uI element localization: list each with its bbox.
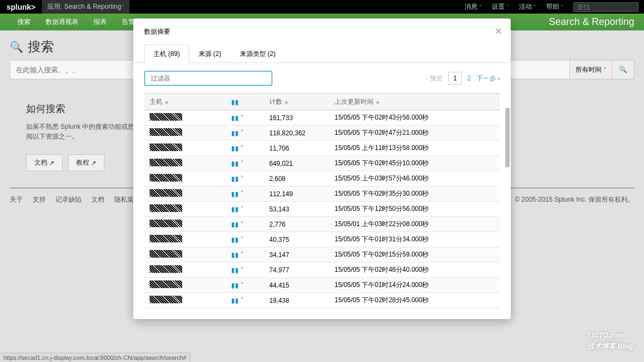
sort-icon: ◆ — [376, 99, 380, 105]
host-cell — [150, 250, 182, 258]
sparkline-icon[interactable]: ▮▮ ˅ — [231, 297, 244, 304]
host-cell — [150, 204, 182, 212]
host-cell — [150, 189, 182, 197]
host-cell — [150, 235, 182, 242]
updated-cell: 15/05/05 下午02时43分56.000秒 — [329, 110, 500, 126]
table-row[interactable]: ▮▮ ˅118,820,36215/05/05 下午02时47分21.000秒 — [144, 126, 500, 141]
updated-cell: 15/05/05 上午03时57分46.000秒 — [329, 171, 500, 186]
table-row[interactable]: ▮▮ ˅40,37515/05/05 下午01时31分34.000秒 — [144, 232, 500, 247]
sort-icon: ◆ — [165, 99, 169, 105]
modal-title: 数据摘要 — [144, 28, 170, 35]
status-bar: https://secad1.cn.j-display.com.local:80… — [0, 353, 190, 362]
pager-page-2[interactable]: 2 — [467, 74, 471, 82]
tab-sources[interactable]: 来源 (2) — [189, 45, 231, 63]
count-cell: 19,438 — [264, 293, 329, 308]
pager: ‹ 预览 1 2 下一步 › — [426, 72, 500, 85]
tab-hosts[interactable]: 主机 (89) — [144, 45, 189, 63]
col-updated[interactable]: 上次更新时间◆ — [329, 94, 500, 110]
updated-cell: 15/05/05 上午11时13分58.000秒 — [329, 141, 500, 156]
filter-input[interactable] — [144, 71, 273, 86]
host-cell — [150, 128, 182, 136]
host-cell — [150, 296, 182, 303]
modal-overlay: 数据摘要 ✕ 主机 (89) 来源 (2) 来源类型 (2) ‹ 预览 1 2 … — [0, 0, 644, 362]
host-cell — [150, 265, 182, 273]
table-row[interactable]: ▮▮ ˅2,77615/05/01 上午03时22分08.000秒 — [144, 217, 500, 232]
table-row[interactable]: ▮▮ ˅34,14715/05/05 下午02时15分59.000秒 — [144, 247, 500, 263]
col-host[interactable]: 主机◆ — [144, 94, 226, 110]
count-cell: 74,977 — [264, 263, 329, 278]
updated-cell: 15/05/05 下午01时31分34.000秒 — [329, 232, 500, 247]
sparkline-icon[interactable]: ▮▮ ˅ — [231, 190, 244, 198]
updated-cell: 15/05/05 下午02时15分59.000秒 — [329, 247, 500, 263]
count-cell: 40,375 — [264, 232, 329, 247]
count-cell: 34,147 — [264, 247, 329, 263]
count-cell: 2,776 — [264, 217, 329, 232]
count-cell: 118,820,362 — [264, 126, 329, 141]
host-cell — [150, 174, 182, 182]
bar-chart-icon: ▮▮ — [231, 98, 239, 106]
updated-cell: 15/05/05 下午02时45分10.000秒 — [329, 156, 500, 171]
count-cell: 53,143 — [264, 202, 329, 217]
table-row[interactable]: ▮▮ ˅649,02115/05/05 下午02时45分10.000秒 — [144, 156, 500, 171]
count-cell: 649,021 — [264, 156, 329, 171]
sort-icon: ◆ — [284, 99, 288, 105]
table-row[interactable]: ▮▮ ˅11,70615/05/05 上午11时13分58.000秒 — [144, 141, 500, 156]
sparkline-icon[interactable]: ▮▮ ˅ — [231, 145, 244, 152]
close-icon[interactable]: ✕ — [495, 26, 502, 36]
modal-header: 数据摘要 ✕ — [133, 18, 511, 44]
table-row[interactable]: ▮▮ ˅2,60815/05/05 上午03时57分46.000秒 — [144, 171, 500, 186]
updated-cell: 15/05/01 上午03时22分08.000秒 — [329, 217, 500, 232]
watermark: 51CTO.com 技术博客 Blog — [587, 324, 634, 351]
col-spark[interactable]: ▮▮ — [226, 94, 264, 110]
sparkline-icon[interactable]: ▮▮ ˅ — [231, 160, 244, 167]
col-count[interactable]: 计数◆ — [264, 94, 329, 110]
updated-cell: 15/05/05 下午02时35分30.000秒 — [329, 186, 500, 202]
host-cell — [150, 159, 182, 166]
pager-next[interactable]: 下一步 › — [476, 74, 500, 83]
data-table: 主机◆ ▮▮ 计数◆ 上次更新时间◆ ▮▮ ˅161,73315/05/05 下… — [144, 93, 500, 308]
tab-sourcetypes[interactable]: 来源类型 (2) — [231, 45, 285, 63]
updated-cell: 15/05/05 下午01时14分24.000秒 — [329, 278, 500, 293]
count-cell: 2,608 — [264, 171, 329, 186]
sparkline-icon[interactable]: ▮▮ ˅ — [231, 282, 244, 289]
sparkline-icon[interactable]: ▮▮ ˅ — [231, 236, 244, 244]
updated-cell: 15/05/05 下午12时50分56.000秒 — [329, 202, 500, 217]
table-row[interactable]: ▮▮ ˅161,73315/05/05 下午02时43分56.000秒 — [144, 110, 500, 126]
sparkline-icon[interactable]: ▮▮ ˅ — [231, 129, 244, 137]
host-cell — [150, 280, 182, 288]
updated-cell: 15/05/05 下午02时28分45.000秒 — [329, 293, 500, 308]
host-cell — [150, 113, 182, 121]
pager-page-1[interactable]: 1 — [448, 72, 462, 85]
table-row[interactable]: ▮▮ ˅19,43815/05/05 下午02时28分45.000秒 — [144, 293, 500, 308]
updated-cell: 15/05/05 下午02时47分21.000秒 — [329, 126, 500, 141]
data-summary-modal: 数据摘要 ✕ 主机 (89) 来源 (2) 来源类型 (2) ‹ 预览 1 2 … — [133, 18, 511, 319]
table-row[interactable]: ▮▮ ˅74,97715/05/05 下午02时46分40.000秒 — [144, 263, 500, 278]
table-row[interactable]: ▮▮ ˅112,14915/05/05 下午02时35分30.000秒 — [144, 186, 500, 202]
updated-cell: 15/05/05 下午02时46分40.000秒 — [329, 263, 500, 278]
count-cell: 112,149 — [264, 186, 329, 202]
count-cell: 11,706 — [264, 141, 329, 156]
table-row[interactable]: ▮▮ ˅44,41515/05/05 下午01时14分24.000秒 — [144, 278, 500, 293]
sparkline-icon[interactable]: ▮▮ ˅ — [231, 114, 244, 122]
count-cell: 161,733 — [264, 110, 329, 126]
sparkline-icon[interactable]: ▮▮ ˅ — [231, 251, 244, 259]
scrollbar[interactable] — [505, 108, 510, 167]
pager-prev[interactable]: ‹ 预览 — [426, 74, 443, 83]
host-cell — [150, 143, 182, 151]
count-cell: 44,415 — [264, 278, 329, 293]
table-row[interactable]: ▮▮ ˅53,14315/05/05 下午12时50分56.000秒 — [144, 202, 500, 217]
sparkline-icon[interactable]: ▮▮ ˅ — [231, 175, 244, 183]
sparkline-icon[interactable]: ▮▮ ˅ — [231, 205, 244, 213]
sparkline-icon[interactable]: ▮▮ ˅ — [231, 266, 244, 274]
host-cell — [150, 220, 182, 227]
sparkline-icon[interactable]: ▮▮ ˅ — [231, 221, 244, 228]
